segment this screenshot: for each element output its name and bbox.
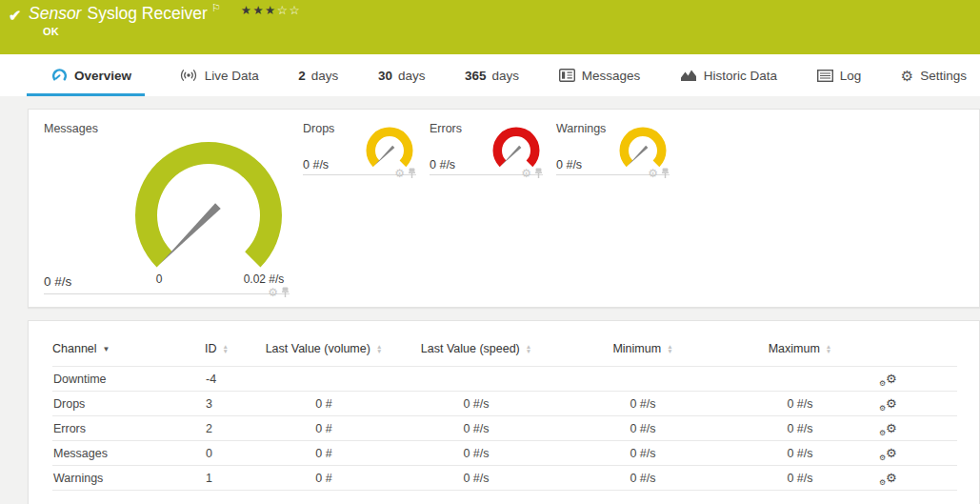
maximum-value — [729, 367, 871, 392]
gauge-needle — [160, 203, 221, 264]
drops-gauge — [363, 127, 416, 171]
tab-2-days[interactable]: 2 days — [292, 54, 344, 96]
gauge-block-messages: Messages 0 0.02 #/s 0 #/s ⚙ — [44, 122, 290, 294]
tab-overview[interactable]: Overview — [27, 54, 145, 96]
channel-table-panel: Channel▼ ID▲▼ Last Value (volume)▲▼ Last… — [28, 320, 980, 504]
last-value-speed: 0 #/s — [395, 441, 557, 466]
gauge-scale-min: 0 — [138, 272, 180, 286]
tab-label: days — [398, 69, 426, 83]
column-header-actions — [871, 334, 957, 367]
gauge-arc — [493, 127, 540, 167]
pin-icon[interactable] — [661, 168, 670, 179]
column-header-channel[interactable]: Channel▼ — [52, 334, 205, 367]
channel-settings-gears-icon[interactable]: ⚙⚙ — [872, 422, 897, 435]
tab-label: Settings — [920, 69, 967, 83]
star-filled-icon[interactable]: ★ — [252, 4, 265, 17]
tab-label: Log — [840, 69, 862, 83]
star-filled-icon[interactable]: ★ — [241, 4, 253, 17]
minimum-value: 0 #/s — [557, 441, 729, 466]
tab-label: days — [311, 69, 339, 83]
tab-number: 365 — [465, 69, 487, 83]
channel-settings-gears-icon[interactable]: ⚙⚙ — [872, 373, 897, 386]
gauge-value: 0 #/s — [303, 158, 329, 171]
tab-label: Live Data — [205, 69, 259, 83]
channel-name: Warnings — [52, 466, 205, 491]
gear-icon: ⚙ — [901, 69, 913, 83]
tab-settings[interactable]: ⚙ Settings — [895, 54, 972, 96]
gauge-settings-gear-icon[interactable]: ⚙ — [268, 287, 278, 298]
channel-settings-gears-icon[interactable]: ⚙⚙ — [872, 397, 897, 411]
tab-live-data[interactable]: Live Data — [173, 54, 265, 96]
page-title: Syslog Receiver — [87, 4, 207, 23]
column-header-minimum[interactable]: Minimum▲▼ — [557, 334, 729, 367]
messages-icon — [559, 69, 575, 82]
sort-icon: ▲▼ — [667, 344, 672, 353]
star-empty-icon[interactable]: ☆ — [277, 4, 290, 17]
pin-icon[interactable] — [534, 168, 543, 179]
sort-icon: ▲▼ — [376, 344, 382, 353]
gauges-panel: Messages 0 0.02 #/s 0 #/s ⚙ Drops 0 #/s … — [28, 109, 980, 308]
sensor-type-label: Sensor — [29, 4, 81, 23]
table-row: Drops 3 0 # 0 #/s 0 #/s 0 #/s ⚙⚙ — [52, 392, 957, 416]
gauge-value: 0 #/s — [44, 274, 71, 289]
last-value-volume — [252, 367, 395, 392]
gauge-scale-max: 0.02 #/s — [216, 272, 311, 286]
tab-log[interactable]: Log — [811, 54, 868, 96]
minimum-value: 0 #/s — [557, 416, 729, 441]
column-header-last-speed[interactable]: Last Value (speed)▲▼ — [395, 334, 557, 367]
gauge-needle — [628, 146, 648, 166]
gauge-arc — [367, 127, 413, 167]
channel-settings-gears-icon[interactable]: ⚙⚙ — [872, 447, 897, 460]
pin-icon[interactable] — [408, 168, 416, 179]
gauge-needle — [374, 146, 394, 166]
last-value-speed — [395, 367, 557, 392]
star-empty-icon[interactable]: ☆ — [290, 4, 302, 17]
sensor-status-header: ✔ SensorSyslog Receiver⚐ ★★★☆☆ OK — [0, 0, 980, 54]
channel-id: 1 — [205, 466, 252, 491]
table-row: Messages 0 0 # 0 #/s 0 #/s 0 #/s ⚙⚙ — [52, 441, 957, 466]
tab-bar: Overview Live Data 2 days 30 days 365 da… — [0, 54, 980, 96]
messages-gauge — [113, 131, 304, 284]
last-value-speed: 0 #/s — [395, 466, 557, 491]
sort-icon: ▲▼ — [526, 344, 531, 353]
table-header-row: Channel▼ ID▲▼ Last Value (volume)▲▼ Last… — [52, 334, 957, 367]
channel-id: 3 — [205, 392, 252, 416]
gauge-settings-gear-icon[interactable]: ⚙ — [648, 168, 658, 179]
tab-messages[interactable]: Messages — [553, 54, 647, 96]
tab-number: 30 — [378, 69, 392, 83]
ok-check-icon: ✔ — [9, 7, 21, 25]
star-filled-icon[interactable]: ★ — [265, 4, 277, 17]
channel-settings-gears-icon[interactable]: ⚙⚙ — [872, 472, 897, 485]
tab-label: days — [492, 69, 520, 83]
flag-icon[interactable]: ⚐ — [211, 2, 221, 13]
tab-label: Historic Data — [704, 69, 777, 83]
gauge-settings-gear-icon[interactable]: ⚙ — [394, 168, 405, 179]
log-icon — [817, 70, 833, 82]
tab-label: Overview — [74, 69, 131, 83]
gauge-value: 0 #/s — [556, 158, 582, 171]
priority-stars[interactable]: ★★★☆☆ — [241, 4, 302, 17]
column-header-id[interactable]: ID▲▼ — [205, 334, 252, 367]
gauge-settings-gear-icon[interactable]: ⚙ — [521, 168, 531, 179]
channel-id: 2 — [205, 416, 252, 441]
sort-icon: ▲▼ — [826, 344, 831, 353]
last-value-volume: 0 # — [252, 441, 395, 466]
gauge-arc — [620, 127, 667, 167]
minimum-value: 0 #/s — [557, 392, 729, 416]
last-value-volume: 0 # — [252, 466, 395, 491]
last-value-speed: 0 #/s — [395, 392, 557, 416]
last-value-volume: 0 # — [252, 392, 395, 416]
tab-historic-data[interactable]: Historic Data — [674, 54, 783, 96]
channel-table: Channel▼ ID▲▼ Last Value (volume)▲▼ Last… — [52, 334, 957, 491]
pin-icon[interactable] — [281, 287, 290, 298]
column-header-last-volume[interactable]: Last Value (volume)▲▼ — [252, 334, 395, 367]
tab-365-days[interactable]: 365 days — [459, 54, 525, 96]
tab-30-days[interactable]: 30 days — [372, 54, 431, 96]
table-row: Warnings 1 0 # 0 #/s 0 #/s 0 #/s ⚙⚙ — [52, 466, 957, 491]
channel-id: 0 — [205, 441, 252, 466]
last-value-volume: 0 # — [252, 416, 395, 441]
errors-gauge — [490, 127, 543, 171]
column-header-maximum[interactable]: Maximum▲▼ — [729, 334, 871, 367]
table-row: Errors 2 0 # 0 #/s 0 #/s 0 #/s ⚙⚙ — [52, 416, 957, 441]
minimum-value: 0 #/s — [557, 466, 729, 491]
